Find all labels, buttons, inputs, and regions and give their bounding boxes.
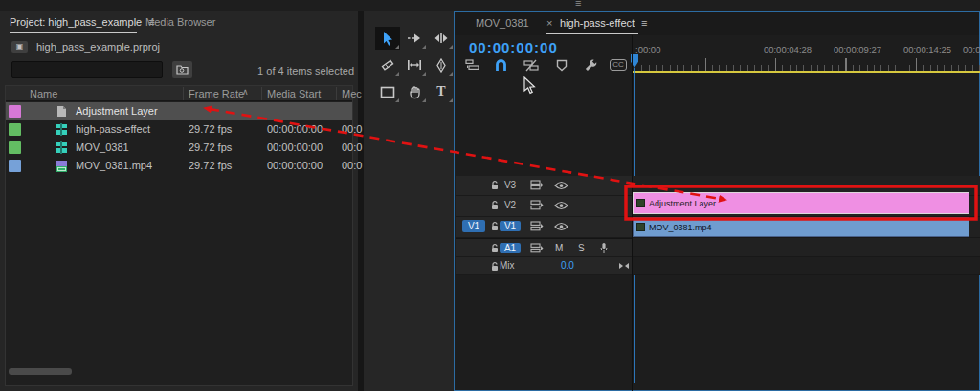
item-name: MOV_0381 bbox=[76, 141, 129, 153]
ripple-edit-tool-button[interactable] bbox=[429, 27, 454, 50]
pen-icon bbox=[434, 58, 448, 73]
item-media-start: 00:00:00:00 bbox=[267, 141, 323, 153]
linked-selection-button[interactable] bbox=[522, 56, 541, 74]
lock-icon[interactable] bbox=[490, 243, 500, 254]
ruler-tick-label: :00:00 bbox=[635, 44, 660, 54]
track-select-forward-tool-button[interactable] bbox=[402, 27, 427, 50]
track-lane-mix[interactable] bbox=[633, 257, 980, 275]
column-divider[interactable] bbox=[336, 87, 337, 100]
lock-icon[interactable] bbox=[490, 200, 500, 211]
sequence-icon bbox=[55, 141, 68, 154]
timeline-clip-adjustment-layer[interactable]: Adjustment Layer bbox=[633, 192, 969, 214]
track-header-mix: Mix 0.0 bbox=[456, 257, 632, 275]
list-item-mov-0381-mp4[interactable]: MOV_0381.mp4 29.72 fps 00:00:00:00 00:0 bbox=[6, 157, 352, 175]
track-lane-a1[interactable] bbox=[633, 238, 980, 257]
tab-project[interactable]: Project: high_pass_example≡ bbox=[10, 16, 155, 28]
mix-volume-value[interactable]: 0.0 bbox=[561, 260, 574, 271]
rectangle-tool-button[interactable] bbox=[375, 80, 400, 103]
top-panel-strip: ≡ bbox=[0, 0, 980, 11]
list-item-adjustment-layer[interactable]: Adjustment Layer bbox=[6, 102, 352, 120]
item-frame-rate: 29.72 fps bbox=[189, 160, 232, 171]
column-frame-rate[interactable]: Frame Rate bbox=[189, 88, 244, 99]
track-label-v1[interactable]: V1 bbox=[500, 221, 521, 231]
linked-selection-icon bbox=[523, 59, 539, 72]
wrench-icon bbox=[584, 58, 598, 73]
horizontal-scrollbar[interactable] bbox=[9, 368, 72, 375]
track-label-v3[interactable]: V3 bbox=[500, 180, 521, 190]
column-divider[interactable] bbox=[183, 87, 184, 100]
list-header: Name Frame Rate ∧ Media Start Mec bbox=[6, 86, 352, 101]
tab-media-browser[interactable]: Media Browser bbox=[145, 16, 215, 28]
active-tab-underline bbox=[10, 32, 137, 33]
type-tool-icon: T bbox=[436, 84, 445, 99]
lock-icon[interactable] bbox=[490, 221, 500, 232]
voiceover-record-icon[interactable] bbox=[599, 242, 609, 255]
mute-button[interactable]: M bbox=[555, 243, 563, 253]
hand-tool-button[interactable] bbox=[402, 80, 427, 103]
lock-icon[interactable] bbox=[490, 180, 500, 191]
column-name[interactable]: Name bbox=[30, 88, 57, 99]
sort-ascending-icon: ∧ bbox=[242, 87, 249, 97]
track-header-v3: V3 bbox=[456, 176, 632, 196]
ruler-tick-label: 00:00:09:27 bbox=[834, 44, 881, 54]
fx-badge-icon bbox=[636, 199, 645, 207]
ruler-tick-label: 00:00:14:25 bbox=[903, 44, 951, 54]
active-tab-underline bbox=[546, 33, 638, 34]
keyframe-nav-icon[interactable] bbox=[618, 262, 630, 270]
label-color-chip[interactable] bbox=[9, 160, 21, 172]
track-label-v2[interactable]: V2 bbox=[500, 200, 521, 210]
toggle-track-output-icon[interactable] bbox=[554, 201, 568, 210]
work-area-bar bbox=[633, 71, 980, 73]
source-patch-v1[interactable]: V1 bbox=[462, 220, 485, 232]
razor-tool-button[interactable] bbox=[375, 54, 400, 76]
hand-icon bbox=[408, 85, 422, 99]
label-color-chip[interactable] bbox=[9, 105, 21, 118]
close-tab-icon[interactable]: × bbox=[546, 17, 552, 29]
column-media-start[interactable]: Media Start bbox=[267, 88, 321, 99]
clip-label: Adjustment Layer bbox=[649, 199, 716, 208]
sync-lock-icon[interactable] bbox=[530, 200, 544, 210]
snap-toggle-button[interactable] bbox=[491, 56, 510, 74]
captions-button[interactable]: CC bbox=[610, 59, 627, 71]
toggle-track-output-icon[interactable] bbox=[554, 222, 568, 231]
timeline-settings-button[interactable] bbox=[581, 56, 600, 74]
breadcrumb[interactable]: high_pass_example.prproj bbox=[36, 41, 160, 53]
nest-sequences-button[interactable] bbox=[462, 56, 481, 74]
column-media-truncated[interactable]: Mec bbox=[342, 88, 362, 99]
magnet-icon bbox=[494, 58, 508, 72]
list-item-high-pass-effect[interactable]: high-pass-effect 29.72 fps 00:00:00:00 0… bbox=[6, 120, 352, 139]
tab-mov-0381[interactable]: MOV_0381 bbox=[476, 17, 529, 29]
track-label-a1[interactable]: A1 bbox=[500, 243, 521, 253]
time-ruler[interactable]: :00:00 00:00:09:27 00:00:04:28 00:00:14:… bbox=[633, 35, 980, 74]
add-marker-button[interactable] bbox=[552, 56, 571, 74]
type-tool-button[interactable]: T bbox=[429, 80, 454, 103]
list-item-mov-0381-seq[interactable]: MOV_0381 29.72 fps 00:00:00:00 00:0 bbox=[6, 139, 352, 157]
project-item-list: Name Frame Rate ∧ Media Start Mec Adjust… bbox=[5, 85, 353, 386]
slip-icon bbox=[407, 58, 422, 72]
toggle-track-output-icon[interactable] bbox=[554, 181, 568, 190]
timeline-clip-mov-0381[interactable]: MOV_0381.mp4 bbox=[633, 217, 969, 237]
label-color-chip[interactable] bbox=[9, 141, 21, 154]
solo-button[interactable]: S bbox=[578, 243, 585, 253]
ripple-edit-icon bbox=[434, 32, 449, 45]
ruler-tick-label: 00:00:04:28 bbox=[764, 44, 812, 54]
label-color-chip[interactable] bbox=[9, 123, 21, 136]
sync-lock-icon[interactable] bbox=[530, 243, 544, 253]
panel-menu-icon[interactable]: ≡ bbox=[641, 17, 647, 29]
lock-icon[interactable] bbox=[490, 261, 500, 272]
playhead-timecode[interactable]: 00:00:00:00 bbox=[469, 39, 558, 55]
sync-lock-icon[interactable] bbox=[530, 180, 544, 190]
track-header-a1: A1 M S bbox=[456, 238, 632, 257]
tab-high-pass-effect[interactable]: high-pass-effect≡ bbox=[560, 17, 648, 29]
ruler-ticks bbox=[633, 58, 980, 71]
slip-tool-button[interactable] bbox=[402, 54, 427, 76]
panel-menu-icon[interactable]: ≡ bbox=[575, 0, 581, 9]
selection-tool-button[interactable] bbox=[375, 27, 400, 50]
item-frame-rate: 29.72 fps bbox=[189, 123, 232, 135]
track-label-mix: Mix bbox=[500, 260, 515, 271]
column-divider[interactable] bbox=[261, 87, 262, 100]
sync-lock-icon[interactable] bbox=[530, 221, 544, 231]
tab-label: high-pass-effect bbox=[560, 17, 635, 29]
project-root-icon[interactable]: ▣ bbox=[11, 41, 28, 53]
pen-tool-button[interactable] bbox=[429, 54, 454, 76]
